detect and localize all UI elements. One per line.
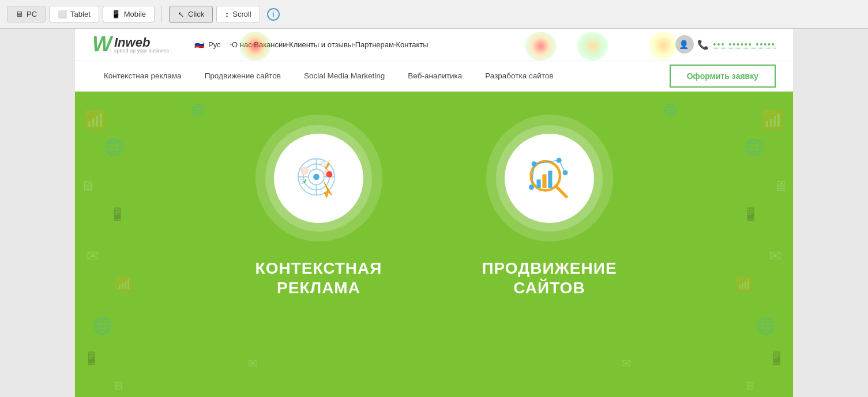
toolbar: 🖥 PC ⬜ Tablet 📱 Mobile ↖ Click ↕ Scroll … bbox=[0, 0, 868, 29]
bg-icon-globe-4: 🌐 bbox=[756, 316, 776, 335]
hero-circle-inner-1 bbox=[274, 134, 363, 223]
hero-circle-inner-2 bbox=[505, 134, 594, 223]
topnav-contacts[interactable]: Контакты bbox=[396, 40, 428, 49]
analytics-icon bbox=[524, 151, 576, 205]
bg-icon-monitor-4: 🖥 bbox=[744, 380, 756, 393]
phone-area: 👤 📞 ••• •••••• ••••• bbox=[675, 35, 776, 54]
info-button[interactable]: i bbox=[267, 8, 280, 21]
website-frame: W Inweb speed up your business 🇷🇺 Рус • … bbox=[75, 29, 793, 397]
cta-button[interactable]: Оформить заявку bbox=[670, 65, 776, 88]
hero-circle-mid-2 bbox=[496, 125, 603, 232]
hero-card-title-1: КОНТЕКСТНАЯ РЕКЛАМА bbox=[255, 259, 382, 297]
hero-circle-mid-1 bbox=[265, 125, 372, 232]
svg-rect-19 bbox=[548, 171, 552, 188]
language-selector[interactable]: 🇷🇺 Рус bbox=[192, 37, 221, 51]
heatmap-partners bbox=[525, 32, 557, 61]
heatmap-contacts bbox=[577, 32, 608, 61]
svg-rect-17 bbox=[536, 180, 540, 188]
svg-point-11 bbox=[300, 167, 308, 175]
hero-circle-outer-1 bbox=[255, 115, 382, 241]
phone-number: ••• •••••• ••••• bbox=[713, 40, 776, 49]
svg-marker-8 bbox=[324, 182, 332, 198]
device-pc-button[interactable]: 🖥 PC bbox=[7, 6, 46, 22]
site-header-top: W Inweb speed up your business 🇷🇺 Рус • … bbox=[75, 29, 793, 61]
bg-icon-globe-2: 🌐 bbox=[92, 316, 112, 335]
click-label: Click bbox=[188, 10, 204, 18]
cursor-icon: ↖ bbox=[178, 10, 185, 19]
bg-icon-phone-1: 📱 bbox=[84, 351, 99, 366]
hero-card-promo[interactable]: ПРОДВИЖЕНИЕ САЙТОВ bbox=[452, 115, 648, 297]
logo-tagline: speed up your business bbox=[114, 48, 169, 54]
hero-card-title-2: ПРОДВИЖЕНИЕ САЙТОВ bbox=[482, 259, 617, 297]
topnav-vacancies[interactable]: Вакансии bbox=[254, 40, 287, 49]
bg-icon-mail-3: ✉ bbox=[248, 357, 258, 370]
scroll-action-button[interactable]: ↕ Scroll bbox=[216, 6, 260, 23]
device-mobile-label: Mobile bbox=[124, 10, 146, 18]
svg-line-16 bbox=[555, 186, 566, 196]
mobile-icon: 📱 bbox=[111, 10, 121, 18]
mainnav-smm[interactable]: Social Media Marketing bbox=[292, 61, 396, 92]
scroll-label: Scroll bbox=[232, 10, 251, 18]
lang-label: Рус bbox=[208, 40, 221, 49]
topnav-clients[interactable]: Клиенты и отзывы bbox=[289, 40, 353, 49]
phone-icon: 📞 bbox=[697, 39, 710, 50]
target-icon bbox=[293, 151, 345, 205]
hero-section: 📶 🌐 🖥 📱 ✉ 📶 🌐 📱 🖥 📶 🌐 🖥 📱 ✉ 📶 🌐 📱 🖥 🌐 🌐 … bbox=[75, 92, 793, 397]
site-main-nav: Контекстная реклама Продвижение сайтов S… bbox=[75, 61, 793, 92]
bg-icon-phone-2: 📱 bbox=[769, 351, 784, 366]
bg-icon-monitor-2: 🖥 bbox=[112, 380, 124, 393]
device-mobile-button[interactable]: 📱 Mobile bbox=[103, 6, 155, 22]
hero-circle-outer-2 bbox=[486, 115, 613, 241]
scroll-icon: ↕ bbox=[225, 10, 229, 19]
logo-text: Inweb speed up your business bbox=[114, 35, 169, 54]
mainnav-analytics[interactable]: Веб-аналитика bbox=[396, 61, 474, 92]
hero-cards-container: КОНТЕКСТНАЯ РЕКЛАМА bbox=[75, 92, 793, 297]
device-tablet-button[interactable]: ⬜ Tablet bbox=[49, 6, 99, 22]
svg-point-12 bbox=[326, 171, 332, 177]
device-tablet-label: Tablet bbox=[70, 10, 91, 18]
topnav-partners[interactable]: Партнерам bbox=[355, 40, 394, 49]
pc-icon: 🖥 bbox=[16, 10, 23, 18]
tablet-icon: ⬜ bbox=[58, 10, 67, 18]
hero-card-context[interactable]: КОНТЕКСТНАЯ РЕКЛАМА bbox=[221, 115, 417, 297]
click-action-button[interactable]: ↖ Click bbox=[169, 6, 213, 23]
bg-icon-mail-4: ✉ bbox=[622, 357, 632, 370]
mainnav-dev[interactable]: Разработка сайтов bbox=[474, 61, 565, 92]
toolbar-divider bbox=[161, 6, 162, 23]
heatmap-phone-area bbox=[649, 32, 678, 59]
mainnav-promo[interactable]: Продвижение сайтов bbox=[193, 61, 292, 92]
logo[interactable]: W Inweb speed up your business bbox=[92, 34, 169, 55]
svg-rect-18 bbox=[542, 175, 546, 188]
svg-point-3 bbox=[313, 174, 320, 180]
flag-icon: 🇷🇺 bbox=[192, 37, 206, 51]
device-pc-label: PC bbox=[27, 10, 37, 18]
user-avatar: 👤 bbox=[675, 35, 694, 54]
topnav-about[interactable]: О нас bbox=[232, 40, 252, 49]
mainnav-context[interactable]: Контекстная реклама bbox=[92, 61, 193, 92]
logo-w: W bbox=[92, 34, 112, 55]
